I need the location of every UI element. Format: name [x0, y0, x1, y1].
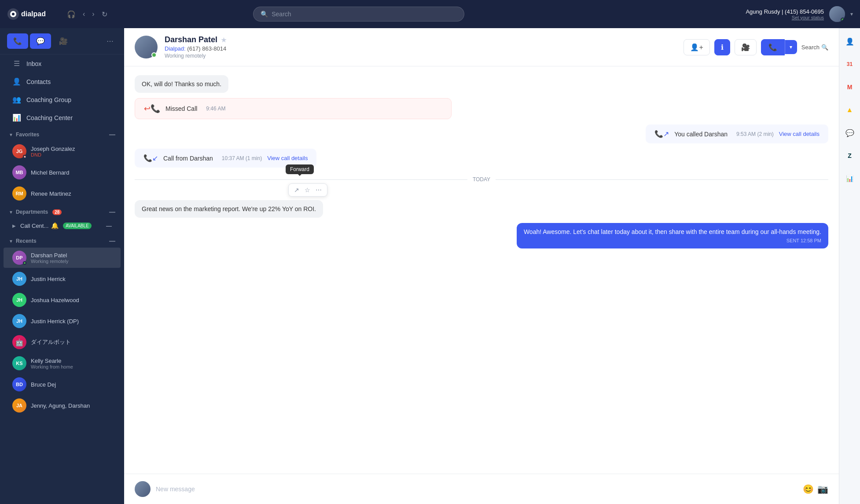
phone-number: (617) 863-8014 — [187, 45, 226, 52]
user-dropdown-arrow[interactable]: ▾ — [850, 11, 853, 17]
sidebar-item-coaching-group[interactable]: 👥 Coaching Group — [4, 91, 121, 108]
contact-dialbot[interactable]: 🤖 ダイアルボット — [4, 332, 121, 352]
departments-section-header[interactable]: ▼ Departments 28 — — [0, 204, 124, 218]
departments-label: Departments — [16, 209, 48, 215]
svg-text:dialpad: dialpad — [21, 10, 46, 18]
right-contacts-icon: 👤 — [845, 37, 854, 46]
missed-call-label: Missed Call — [165, 105, 197, 112]
michel-bernard-avatar: MB — [12, 165, 26, 179]
recents-collapse-icon[interactable]: — — [109, 237, 115, 245]
right-contacts-button[interactable]: 👤 — [842, 33, 858, 49]
michel-bernard-info: Michel Bernard — [31, 169, 112, 176]
contact-justin-herrick[interactable]: JH Justin Herrick — [4, 269, 121, 289]
chat-messages[interactable]: OK, will do! Thanks so much. ↩📞 Missed C… — [124, 66, 839, 474]
darshan-patel-name: Darshan Patel — [31, 252, 112, 259]
dept-call-center[interactable]: ▶ Call Cent... 🔔 AVAILABLE — — [4, 219, 121, 233]
info-button[interactable]: ℹ — [714, 39, 730, 55]
video-tab-button[interactable]: 🎥 — [53, 33, 74, 49]
video-call-button[interactable]: 🎥 — [735, 39, 757, 55]
departments-chevron: ▼ — [9, 210, 13, 215]
recents-section-header[interactable]: ▼ Recents — — [0, 233, 124, 247]
chat-header-phone: Dialpad: (617) 863-8014 — [165, 45, 676, 52]
call-main-button[interactable]: 📞 — [761, 39, 785, 55]
contact-darshan-patel[interactable]: DP Darshan Patel Working remotely — [4, 248, 121, 268]
contact-joseph-gonzalez[interactable]: JG ✕ Joseph Gonzalez DND — [4, 141, 121, 161]
message-5-bubble: Great news on the marketing report. We'r… — [135, 200, 323, 218]
message-6-sent-time: SENT 12:58 PM — [524, 238, 821, 243]
sidebar-item-coaching-center[interactable]: 📊 Coaching Center — [4, 109, 121, 126]
dept-chevron-icon: ▶ — [12, 223, 16, 228]
contacts-nav-icon: 👤 — [12, 77, 21, 86]
forward-button[interactable]: › — [89, 7, 97, 21]
contact-joshua-hazelwood[interactable]: JH Joshua Hazelwood — [4, 290, 121, 310]
more-message-button[interactable]: ⋯ — [314, 186, 323, 194]
more-options-button[interactable]: ⋯ — [103, 33, 117, 49]
star-message-button[interactable]: ☆ — [303, 186, 312, 194]
coaching-center-label: Coaching Center — [26, 114, 73, 121]
departments-collapse-icon[interactable]: — — [109, 208, 115, 215]
michel-bernard-name: Michel Bernard — [31, 169, 112, 176]
search-placeholder: Search — [272, 11, 291, 18]
contact-justin-herrick-dp[interactable]: JH Justin Herrick (DP) — [4, 311, 121, 331]
dialpad-logo: dialpad — [7, 8, 55, 20]
call-dropdown-button[interactable]: ▾ — [785, 40, 797, 54]
user-name: Agung Rusdy | (415) 854-0695 — [746, 8, 824, 15]
message-1-text: OK, will do! Thanks so much. — [142, 80, 221, 88]
right-spreadsheet-button[interactable]: 📊 — [842, 171, 858, 186]
headset-button[interactable]: 🎧 — [64, 7, 78, 21]
darshan-online-dot — [23, 261, 26, 265]
right-gmail-icon: M — [847, 84, 853, 91]
chat-area: Darshan Patel ★ Dialpad: (617) 863-8014 … — [124, 28, 839, 504]
contact-jenny-agung-darshan[interactable]: JA Jenny, Agung, Darshan — [4, 395, 121, 416]
forward-button[interactable]: ↗ — [292, 186, 301, 194]
available-badge: AVAILABLE — [63, 223, 91, 229]
add-contact-button[interactable]: 👤+ — [684, 39, 709, 55]
incoming-call-details-link[interactable]: View call details — [267, 155, 308, 161]
search-chat-button[interactable]: Search 🔍 — [801, 44, 828, 51]
chat-contact-status-dot — [151, 52, 157, 58]
message-input[interactable] — [156, 486, 798, 493]
chat-contact-avatar — [135, 36, 158, 58]
recents-label: Recents — [16, 238, 37, 244]
refresh-button[interactable]: ↻ — [99, 7, 110, 21]
right-drive-button[interactable]: ▲ — [842, 102, 858, 118]
right-gmail-button[interactable]: M — [842, 79, 858, 95]
user-avatar[interactable] — [829, 6, 845, 22]
today-separator: TODAY — [135, 176, 828, 183]
phone-tab-button[interactable]: 📞 — [7, 33, 28, 49]
svg-point-2 — [12, 13, 15, 15]
right-chat-button[interactable]: 💬 — [842, 125, 858, 141]
dept-collapse-icon[interactable]: — — [106, 223, 112, 229]
contact-bruce-dej[interactable]: BD Bruce Dej — [4, 374, 121, 394]
contacts-label: Contacts — [26, 78, 51, 85]
sidebar-item-contacts[interactable]: 👤 Contacts — [4, 73, 121, 90]
favorites-collapse-icon[interactable]: — — [109, 131, 115, 138]
jenny-agung-darshan-info: Jenny, Agung, Darshan — [31, 402, 112, 409]
right-calendar-button[interactable]: 31 — [842, 56, 858, 72]
favorites-section-header[interactable]: ▼ Favorites — — [0, 127, 124, 141]
outgoing-call-icon: 📞↗ — [654, 130, 669, 138]
message-5-with-actions: Forward ↗ ☆ ⋯ Great news on the marketin… — [135, 191, 323, 218]
chat-tab-button[interactable]: 💬 — [30, 33, 51, 49]
camera-button[interactable]: 📷 — [817, 484, 828, 494]
emoji-button[interactable]: 😊 — [803, 484, 814, 494]
joseph-gonzalez-name: Joseph Gonzalez — [31, 146, 112, 152]
star-icon[interactable]: ★ — [221, 37, 227, 44]
back-button[interactable]: ‹ — [80, 7, 88, 21]
right-sidebar: 👤 31 M ▲ 💬 Z 📊 — [839, 28, 860, 504]
sidebar-item-inbox[interactable]: ☰ Inbox — [4, 55, 121, 72]
message-5-text: Great news on the marketing report. We'r… — [142, 205, 316, 212]
right-zendesk-button[interactable]: Z — [842, 148, 858, 164]
coaching-center-icon: 📊 — [12, 113, 21, 122]
inbox-icon: ☰ — [12, 59, 21, 68]
joseph-gonzalez-avatar: JG ✕ — [12, 144, 26, 158]
user-status-link[interactable]: Set your status — [746, 15, 824, 20]
input-avatar — [135, 481, 151, 497]
search-bar[interactable]: 🔍 Search — [253, 7, 464, 22]
right-chat-icon: 💬 — [845, 129, 854, 137]
incoming-call-icon: 📞↙ — [143, 154, 158, 162]
contact-kelly-searle[interactable]: KS Kelly Searle Working from home — [4, 353, 121, 373]
contact-renee-martinez[interactable]: RM Renee Martinez — [4, 183, 121, 204]
contact-michel-bernard[interactable]: MB Michel Bernard — [4, 162, 121, 183]
outgoing-call-details-link[interactable]: View call details — [779, 131, 820, 137]
